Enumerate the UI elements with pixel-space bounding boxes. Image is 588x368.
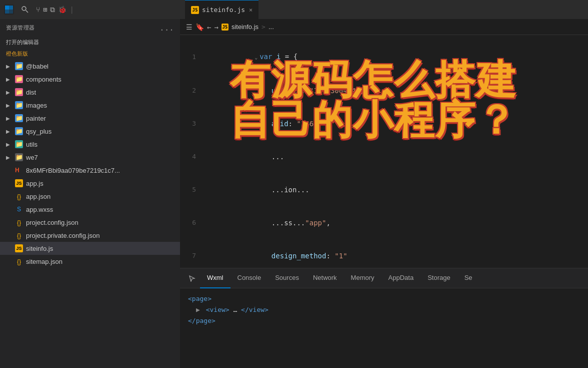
line-content: ⌄var i = { [204,40,588,74]
code-line-7: 7 design_method: "1" [180,239,588,268]
json-icon: {} [15,232,23,239]
folder-arrow: ▶ [6,116,12,121]
breadcrumb-filename: siteinfo.js [232,23,258,31]
tab-se[interactable]: Se [458,268,480,288]
collapse-arrow[interactable]: ⌄ [254,55,258,60]
tree-item-appjs[interactable]: ▶ JS app.js [0,177,180,190]
xml-line-3: </page> [188,315,580,326]
breadcrumb-js-icon: JS [222,24,228,31]
code-line-4: 4 ... [180,140,588,173]
breadcrumb-path: ... [268,23,274,31]
folder-arrow: ▶ [6,103,12,108]
tab-console[interactable]: Console [230,268,268,288]
svg-line-5 [26,11,28,13]
line-number: 2 [180,85,204,96]
tree-item-appwxss[interactable]: ▶ S app.wxss [0,203,180,216]
tree-item-siteinfo[interactable]: ▶ JS siteinfo.js [0,242,180,255]
tree-item-projectprivate[interactable]: ▶ {} project.private.config.json [0,229,180,242]
cursor-icon[interactable] [184,268,200,288]
xml-content: … [233,306,237,313]
code-editor[interactable]: 1 ⌄var i = { 2 uniacid: "1677300454", 3 [180,35,588,268]
tree-item-html[interactable]: ▶ H 8x6MFrBbi9aa079be7219c1c7... [0,164,180,177]
file-label: images [26,102,47,109]
open-editors-label: 打开的编辑器 [0,37,180,48]
tree-item-images[interactable]: ▶ 📁 images [0,99,180,112]
search-icon[interactable] [19,4,31,16]
tab-storage[interactable]: Storage [420,268,458,288]
app-icon [4,5,14,15]
tab-close-button[interactable]: × [249,7,252,14]
tab-sources[interactable]: Sources [268,268,306,288]
project-label: 橙色新版 [0,48,180,60]
panel-tabs: Wxml Console Sources Network Memory AppD… [180,268,588,288]
tree-item-dist[interactable]: ▶ 📁 dist [0,86,180,99]
line-content: ... [204,140,588,173]
file-label: siteinfo.js [26,245,53,252]
folder-icon: 📁 [15,62,23,70]
tree-item-qsy-plus[interactable]: ▶ 📁 qsy_plus [0,125,180,138]
list-icon: ☰ [186,23,192,31]
file-label: we7 [26,154,38,161]
back-button[interactable]: ← [207,23,211,31]
line-content: ...ss..."app", [204,206,588,239]
line-content: design_method: "1" [204,239,588,268]
folder-arrow: ▶ [6,77,12,82]
folder-icon: 📁 [15,153,23,161]
json-icon: {} [15,193,23,200]
xml-line-1: <page> [188,293,580,304]
tree-item-babel[interactable]: ▶ 📁 @babel [0,60,180,73]
json-icon: {} [15,258,23,265]
xml-line-2[interactable]: ▶ <view> … </view> [196,304,580,315]
file-label: @babel [26,63,48,70]
sidebar-header: 资源管理器 ... [0,19,180,37]
file-tree: ▶ 📁 @babel ▶ 📁 components ▶ 📁 dist ▶ 📁 i… [0,60,180,368]
tab-appdata[interactable]: AppData [382,268,421,288]
xml-tag: <view> [206,306,230,313]
sidebar-menu-button[interactable]: ... [160,23,174,33]
file-label: components [26,76,62,83]
file-label: app.wxss [26,206,53,213]
bookmark-icon: 🔖 [196,23,204,31]
tree-item-projectconfig[interactable]: ▶ {} project.config.json [0,216,180,229]
folder-arrow: ▶ [6,64,12,69]
title-bar: ⑂ ⊞ ⧉ 🐞 | JS siteinfo.js × [0,0,588,19]
git-icon[interactable]: ⑂ [36,6,40,14]
folder-arrow: ▶ [6,155,12,160]
js-icon: JS [15,244,23,252]
xml-tag: </page> [188,317,216,324]
divider-icon: | [70,6,74,14]
tab-area: JS siteinfo.js × [180,0,588,19]
tree-item-painter[interactable]: ▶ 📁 painter [0,112,180,125]
xml-tag: </view> [241,306,268,313]
tab-wxml[interactable]: Wxml [200,268,230,288]
forward-button[interactable]: → [214,23,218,31]
file-label: utils [26,141,38,148]
svg-rect-2 [5,10,9,14]
tree-item-utils[interactable]: ▶ 📁 utils [0,138,180,151]
svg-rect-3 [9,10,13,14]
code-line-1: 1 ⌄var i = { [180,40,588,74]
tree-item-we7[interactable]: ▶ 📁 we7 [0,151,180,164]
file-label: painter [26,115,46,122]
code-line-5: 5 ...ion... [180,173,588,206]
tree-item-appjson[interactable]: ▶ {} app.json [0,190,180,203]
tab-memory[interactable]: Memory [344,268,382,288]
tree-item-components[interactable]: ▶ 📁 components [0,73,180,86]
folder-icon: 📁 [15,140,23,148]
folder-icon: 📁 [15,127,23,135]
sidebar-title: 资源管理器 [6,24,35,32]
svg-rect-1 [9,6,13,10]
line-number: 6 [180,217,204,228]
debug-icon[interactable]: 🐞 [58,6,66,14]
folder-icon: 📁 [15,101,23,109]
file-label: 8x6MFrBbi9aa079be7219c1c7... [26,167,120,174]
js-icon: JS [15,179,23,187]
tab-network[interactable]: Network [306,268,344,288]
wxss-icon: S [15,206,23,213]
tree-item-sitemap[interactable]: ▶ {} sitemap.json [0,255,180,268]
line-number: 5 [180,184,204,195]
tab-siteinfo[interactable]: JS siteinfo.js × [185,0,258,19]
grid-icon[interactable]: ⊞ [43,6,47,14]
svg-point-4 [22,7,26,11]
copy-icon[interactable]: ⧉ [50,6,55,14]
